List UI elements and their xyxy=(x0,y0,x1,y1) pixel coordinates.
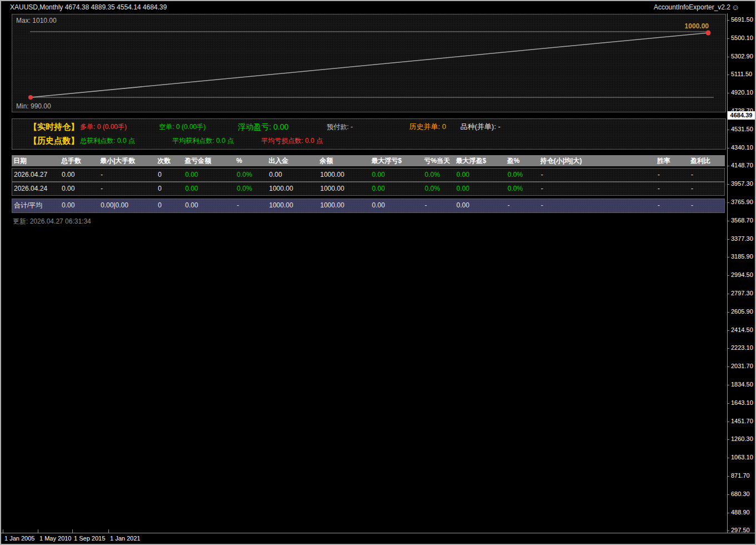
table-row: 2026.04.270.00-00.000.0%0.001000.000.000… xyxy=(12,168,725,182)
row1-balance: 1000.00 xyxy=(320,169,372,181)
price-axis-tick xyxy=(727,403,729,404)
equity-end-value-label: 1000.00 xyxy=(685,22,709,30)
price-axis-tick xyxy=(727,130,729,130)
price-axis-label: 5302.90 xyxy=(731,53,753,60)
time-axis-label: 1 Sep 2015 xyxy=(74,535,105,542)
price-axis-label: 2605.90 xyxy=(731,308,753,315)
current-price-badge: 4684.39 xyxy=(728,111,755,120)
time-axis-tick xyxy=(38,529,38,533)
row1-pnl-amount: 0.00 xyxy=(185,169,237,181)
price-axis-label: 4148.70 xyxy=(731,162,753,169)
header-date: 日期 xyxy=(13,155,61,166)
price-axis-tick xyxy=(727,385,729,385)
price-axis-label: 3568.70 xyxy=(731,217,753,224)
equity-chart-panel[interactable]: Max: 1010.00 Min: 990.00 1000.00 xyxy=(12,14,726,112)
account-info-panel: 【实时持仓】多单: 0 (0.00手)空单: 0 (0.00手)浮动盈亏: 0.… xyxy=(12,118,726,150)
mt4-chart-window: XAUUSD,Monthly 4674.38 4889.35 4554.14 4… xyxy=(0,0,756,545)
equity-start-marker xyxy=(28,95,33,100)
row2-profit-ratio: - xyxy=(691,182,724,195)
price-axis-tick xyxy=(727,148,729,148)
chart-symbol-title: XAUUSD,Monthly 4674.38 4889.35 4554.14 4… xyxy=(10,3,167,11)
row2-pnl-amount: 0.00 xyxy=(185,182,237,195)
price-axis-label: 3185.90 xyxy=(731,253,753,260)
row1-deposit-withdraw: 0.00 xyxy=(269,169,320,181)
header-count: 次数 xyxy=(157,155,185,166)
row2-balance: 1000.00 xyxy=(320,182,372,195)
price-axis-label: 1643.10 xyxy=(731,399,753,407)
time-axis-label: 1 Jan 2021 xyxy=(110,535,140,542)
floating-pnl-value: 浮动盈亏: 0.00 xyxy=(238,120,289,133)
equity-curve: 1000.00 xyxy=(12,14,724,111)
row1-min-max-lots: - xyxy=(101,169,158,181)
history-merged-orders-value: 历史并单: 0 xyxy=(409,120,446,133)
long-orders-value: 多单: 0 (0.00手) xyxy=(80,120,127,133)
row2-date: 2026.04.24 xyxy=(14,182,62,195)
row2-max-float-loss: 0.00 xyxy=(372,182,425,195)
total-profit-ratio: - xyxy=(691,199,724,212)
price-axis-label: 488.90 xyxy=(731,509,750,516)
price-axis-tick xyxy=(727,513,729,513)
price-axis-tick xyxy=(727,93,729,93)
header-max-float-profit: 最大浮盈$ xyxy=(456,155,507,166)
header-balance: 余额 xyxy=(320,155,371,166)
price-axis-tick xyxy=(727,221,729,221)
price-axis-label: 1451.70 xyxy=(731,418,753,425)
row2-count: 0 xyxy=(158,182,185,195)
row1-pnl-pct: 0.0% xyxy=(237,169,269,181)
header-profit-ratio: 盈利比 xyxy=(690,155,724,166)
time-axis-tick xyxy=(3,529,3,533)
price-axis-label: 1260.30 xyxy=(731,435,753,443)
price-axis-label: 5500.10 xyxy=(731,34,753,42)
time-axis-label: 1 May 2010 xyxy=(39,535,71,542)
header-total-lots: 总手数 xyxy=(61,155,100,166)
price-axis-label: 2031.70 xyxy=(731,363,753,370)
realtime-position-label: 【实时持仓】 xyxy=(29,120,79,133)
price-axis-label: 4531.50 xyxy=(731,126,753,133)
price-axis-tick xyxy=(727,275,729,276)
title-bar: XAUUSD,Monthly 4674.38 4889.35 4554.14 4… xyxy=(1,1,755,13)
row1-max-float-loss: 0.00 xyxy=(372,169,425,181)
equity-end-marker xyxy=(706,31,711,36)
total-deposit-withdraw: 1000.00 xyxy=(269,199,320,212)
total-win-rate: - xyxy=(658,199,691,212)
price-axis-label: 680.30 xyxy=(731,490,750,498)
price-axis-tick xyxy=(727,75,729,75)
history-points-row: 【历史点数】总获利点数: 0.0 点平均获利点数: 0.0 点平均亏损点数: 0… xyxy=(12,134,725,147)
price-axis-tick xyxy=(727,57,729,57)
price-axis-label: 5111.50 xyxy=(731,71,752,78)
row1-profit-ratio: - xyxy=(691,169,724,181)
price-axis-tick xyxy=(727,239,729,240)
price-axis-label: 2994.50 xyxy=(731,271,753,279)
price-axis-tick xyxy=(727,166,729,166)
total-pnl-amount: 0.00 xyxy=(185,199,237,212)
price-axis-tick xyxy=(727,439,729,440)
price-axis-label: 3957.30 xyxy=(731,180,753,187)
price-axis-tick xyxy=(727,422,729,422)
header-position: 持仓(小|均|大) xyxy=(540,155,657,166)
row2-min-max-lots: - xyxy=(101,182,158,195)
total-pnl-pct: - xyxy=(237,199,269,212)
price-axis-label: 2223.10 xyxy=(731,344,753,351)
header-loss-pct-day: 亏%当天 xyxy=(424,155,456,166)
price-axis-label: 2414.50 xyxy=(731,326,753,334)
price-axis-tick xyxy=(727,20,729,21)
price-axis-label: 1063.10 xyxy=(731,454,753,461)
table-row-total: 合计/平均0.000.00|0.0000.00-1000.001000.000.… xyxy=(12,199,725,213)
margin-value: 预付款: - xyxy=(327,120,353,133)
row2-max-float-profit: 0.00 xyxy=(456,182,508,195)
header-pnl-amount: 盈亏金额 xyxy=(185,155,236,166)
total-min-max-lots: 0.00|0.00 xyxy=(101,199,158,212)
total-position: - xyxy=(541,199,658,212)
total-max-float-profit: 0.00 xyxy=(456,199,508,212)
header-profit-pct: 盈% xyxy=(507,155,540,166)
price-axis-tick xyxy=(727,312,729,313)
total-loss-pct-day: - xyxy=(425,199,456,212)
row2-loss-pct-day: 0.0% xyxy=(425,182,456,195)
row1-position: - xyxy=(541,169,658,181)
merged-symbol-value: 品种(并单): - xyxy=(460,120,500,133)
row1-win-rate: - xyxy=(658,169,691,181)
price-axis-label: 5691.50 xyxy=(731,16,753,23)
time-axis-label: 1 Jan 2005 xyxy=(4,535,34,542)
total-total-lots: 0.00 xyxy=(62,199,101,212)
price-axis-label: 1834.50 xyxy=(731,381,753,388)
